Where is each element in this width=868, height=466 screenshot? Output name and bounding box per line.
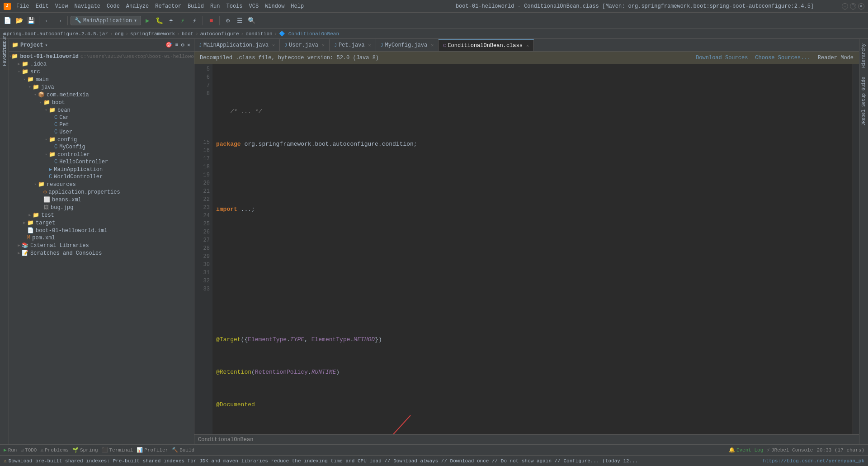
tab-conditionalonbean[interactable]: C ConditionalOnBean.class ✕ <box>439 39 534 51</box>
event-log-button[interactable]: 🔔 Event Log <box>729 447 763 453</box>
run-button[interactable]: ▶ <box>142 15 153 26</box>
menu-window[interactable]: Window <box>262 2 287 10</box>
tree-item-myconfig[interactable]: C MyConfig <box>9 143 194 151</box>
settings-gear-icon[interactable]: ⚙ <box>180 41 185 49</box>
profiler-icon: 📊 <box>137 447 143 453</box>
save-button[interactable]: 💾 <box>25 15 36 26</box>
forward-button[interactable]: → <box>54 15 65 26</box>
tree-item-root[interactable]: ▾ 📁 boot-01-helloworld C:\Users\32120\De… <box>9 52 194 60</box>
new-file-button[interactable]: 📄 <box>2 15 13 26</box>
tree-item-test[interactable]: ▶ 📁 test <box>9 211 194 219</box>
tree-item-worldcontroller[interactable]: C WorldController <box>9 173 194 181</box>
breadcrumb-org[interactable]: org <box>115 31 124 37</box>
download-sources-link[interactable]: Download Sources <box>696 55 748 61</box>
tree-item-java[interactable]: ▾ 📁 java <box>9 83 194 91</box>
back-button[interactable]: ← <box>42 15 53 26</box>
spring-status-button[interactable]: 🌱 Spring <box>72 447 98 453</box>
tree-item-pet[interactable]: C Pet <box>9 121 194 128</box>
menu-edit[interactable]: Edit <box>33 2 52 10</box>
breadcrumb-condition[interactable]: condition <box>245 31 272 37</box>
jrebel-button[interactable]: ⚡ <box>177 15 188 26</box>
favorites-icon[interactable]: Favorites <box>0 50 9 58</box>
tree-item-resources[interactable]: ▾ 📁 resources <box>9 181 194 188</box>
tree-item-user[interactable]: C User <box>9 128 194 136</box>
code-content[interactable]: /* ... */ package org.springframework.bo… <box>212 64 853 434</box>
breadcrumb-class[interactable]: 🔷 ConditionalOnBean <box>279 31 339 37</box>
sidebar-dropdown-icon[interactable]: ▾ <box>45 43 47 48</box>
breadcrumb-autoconfigure[interactable]: autoconfigure <box>200 31 239 37</box>
close-sidebar-icon[interactable]: ✕ <box>186 41 191 49</box>
reader-mode-link[interactable]: Reader Mode <box>818 55 854 61</box>
jrebel-debug-button[interactable]: ⚡ <box>189 15 200 26</box>
settings-button[interactable]: ⚙ <box>222 15 233 26</box>
choose-sources-link[interactable]: Choose Sources... <box>755 55 810 61</box>
tree-item-pomxml[interactable]: M pom.xml <box>9 234 194 242</box>
open-button[interactable]: 📂 <box>14 15 24 26</box>
tree-item-beansxml[interactable]: ⬜ beans.xml <box>9 196 194 204</box>
tree-item-bean[interactable]: ▾ 📁 bean <box>9 106 194 114</box>
problems-status-button[interactable]: ⚠ Problems <box>40 447 68 453</box>
run-config-selector[interactable]: 🔧 MainApplication ▾ <box>71 16 141 25</box>
tree-item-target[interactable]: ▶ 📁 target <box>9 219 194 227</box>
sdk-manager-button[interactable]: ☰ <box>234 15 245 26</box>
coverage-button[interactable]: ☂ <box>165 15 176 26</box>
menu-file[interactable]: File <box>14 2 32 10</box>
tab-pet[interactable]: J Pet.java ✕ <box>330 39 376 51</box>
tree-item-mainapplication[interactable]: ▶ MainApplication <box>9 166 194 173</box>
menu-code[interactable]: Code <box>104 2 123 10</box>
jrebel-setup-icon[interactable]: JRebel Setup Guide <box>861 74 866 128</box>
breadcrumb-springframework[interactable]: springframework <box>130 31 175 37</box>
search-everywhere-button[interactable]: 🔍 <box>246 15 257 26</box>
tree-item-extlibs[interactable]: ▶ 📚 External Libraries <box>9 242 194 249</box>
tree-item-com[interactable]: ▾ 📦 com.meimeixia <box>9 91 194 99</box>
menu-build[interactable]: Build <box>185 2 207 10</box>
url-link[interactable]: https://blog.csdn.net/yerenyuan_pk <box>763 458 864 464</box>
tree-item-src[interactable]: ▾ 📁 src <box>9 68 194 76</box>
menu-view[interactable]: View <box>52 2 71 10</box>
close-button[interactable]: ✕ <box>858 3 864 10</box>
jrebel-console-button[interactable]: ⚡ JRebel Console <box>767 447 813 453</box>
terminal-status-button[interactable]: ⬛ Terminal <box>102 447 133 453</box>
tree-item-config[interactable]: ▾ 📁 config <box>9 136 194 143</box>
tree-item-scratches[interactable]: ▶ 📝 Scratches and Consoles <box>9 249 194 257</box>
run-status-button[interactable]: ▶ Run <box>4 447 17 453</box>
tree-item-car[interactable]: C Car <box>9 114 194 121</box>
breadcrumb-jar[interactable]: spring-boot-autoconfigure-2.4.5.jar <box>4 31 108 37</box>
minimize-button[interactable]: ─ <box>842 3 848 10</box>
tree-item-hellocontroller[interactable]: C HelloController <box>9 158 194 166</box>
build-status-button[interactable]: 🔨 Build <box>172 447 194 453</box>
menu-help[interactable]: Help <box>288 2 307 10</box>
tab-close-pet[interactable]: ✕ <box>368 43 371 48</box>
tab-mainapplication[interactable]: J MainApplication.java ✕ <box>194 39 280 51</box>
menu-refactor[interactable]: Refactor <box>152 2 184 10</box>
debug-button[interactable]: 🐛 <box>154 15 165 26</box>
menu-analyze[interactable]: Analyze <box>123 2 151 10</box>
todo-status-button[interactable]: ☑ TODO <box>20 447 37 453</box>
menu-run[interactable]: Run <box>208 2 223 10</box>
tree-item-boot[interactable]: ▾ 📁 boot <box>9 99 194 106</box>
tree-item-idea[interactable]: ▶ 📁 .idea <box>9 60 194 68</box>
hierarchy-icon[interactable]: Hierarchy <box>861 41 866 71</box>
tree-item-controller[interactable]: ▾ 📁 controller <box>9 151 194 158</box>
menu-bar[interactable]: File Edit View Navigate Code Analyze Ref… <box>14 2 428 10</box>
tab-close-myconfig[interactable]: ✕ <box>431 43 434 48</box>
maximize-button[interactable]: □ <box>850 3 856 10</box>
tab-close-conditionalonbean[interactable]: ✕ <box>526 43 529 48</box>
tab-close-user[interactable]: ✕ <box>322 43 325 48</box>
tree-item-appprops[interactable]: ⚙ application.properties <box>9 188 194 196</box>
tree-item-bugjpg[interactable]: 🖼 bug.jpg <box>9 204 194 211</box>
breadcrumb-boot[interactable]: boot <box>182 31 193 37</box>
menu-tools[interactable]: Tools <box>224 2 245 10</box>
tree-item-iml[interactable]: 📄 boot-01-helloworld.iml <box>9 227 194 234</box>
profiler-status-button[interactable]: 📊 Profiler <box>137 447 168 453</box>
stop-button[interactable]: ■ <box>206 15 217 26</box>
tab-myconfig[interactable]: J MyConfig.java ✕ <box>376 39 439 51</box>
window-controls[interactable]: ─ □ ✕ <box>842 3 864 10</box>
tree-item-main[interactable]: ▾ 📁 main <box>9 76 194 83</box>
locate-file-icon[interactable]: 🎯 <box>165 41 173 49</box>
menu-vcs[interactable]: VCS <box>246 2 262 10</box>
menu-navigate[interactable]: Navigate <box>71 2 103 10</box>
collapse-all-icon[interactable]: ≡ <box>174 41 179 49</box>
tab-user[interactable]: J User.java ✕ <box>280 39 330 51</box>
tab-close-mainapplication[interactable]: ✕ <box>272 43 275 48</box>
